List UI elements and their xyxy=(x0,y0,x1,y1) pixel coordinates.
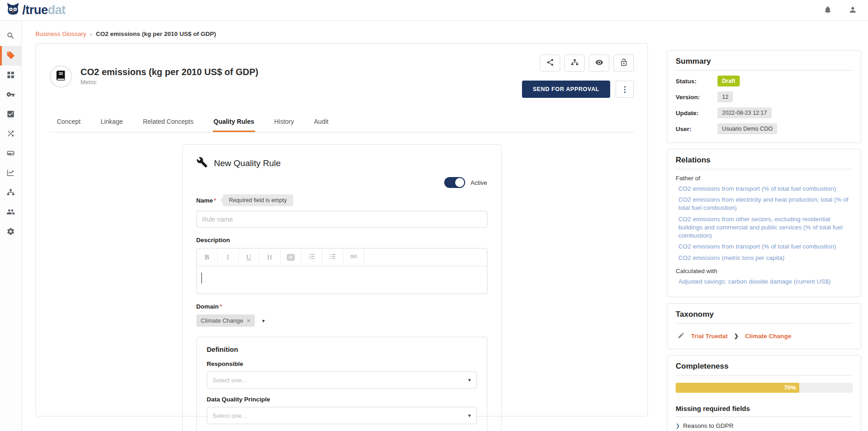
responsible-select[interactable]: Select one... ▾ xyxy=(207,371,477,389)
active-toggle[interactable] xyxy=(444,177,465,188)
tab-linkage[interactable]: Linkage xyxy=(100,113,124,132)
form-title: New Quality Rule xyxy=(214,158,281,168)
name-error-badge: Required field is empty xyxy=(223,194,293,206)
server-icon xyxy=(6,149,15,159)
concept-card: CO2 emissions (kg per 2010 US$ of GDP) M… xyxy=(35,43,648,416)
sidebar-item-glossary[interactable] xyxy=(0,46,21,66)
completeness-bar: 70% xyxy=(676,383,853,393)
tab-related-concepts[interactable]: Related Concepts xyxy=(142,113,194,132)
share-icon xyxy=(546,58,554,68)
tab-quality-rules[interactable]: Quality Rules xyxy=(213,113,255,132)
required-asterisk: * xyxy=(220,303,222,310)
relation-link[interactable]: Adjusted savings: carbon dioxide damage … xyxy=(676,278,853,286)
relation-link[interactable]: CO2 emissions (metric tons per capita) xyxy=(676,254,853,262)
domain-label: Domain* xyxy=(196,303,487,310)
more-actions-button[interactable]: ⋮ xyxy=(616,81,634,98)
description-editor: B I U H H xyxy=(196,248,487,294)
watch-button[interactable] xyxy=(589,55,609,71)
relation-link[interactable]: CO2 emissions from other sectors, exclud… xyxy=(676,215,853,240)
chevron-right-icon: ❯ xyxy=(734,333,738,339)
notifications-button[interactable] xyxy=(823,5,832,15)
relations-graph-button[interactable] xyxy=(564,55,585,71)
concept-type-label: Metric xyxy=(80,79,258,86)
tab-audit[interactable]: Audit xyxy=(313,113,330,132)
ordered-list-button[interactable] xyxy=(301,248,322,266)
search-icon xyxy=(6,31,15,41)
sidebar xyxy=(0,21,22,431)
sidebar-item-dashboards[interactable] xyxy=(0,66,21,85)
taxonomy-root-link[interactable]: Trial Truedat xyxy=(691,333,728,340)
sidebar-item-structures[interactable] xyxy=(0,183,21,203)
domain-dropdown-button[interactable]: ▾ xyxy=(262,318,265,324)
domain-chip-remove[interactable]: × xyxy=(247,317,251,324)
chart-line-icon xyxy=(6,168,15,178)
lock-button[interactable] xyxy=(613,55,634,71)
relation-link[interactable]: CO2 emissions from transport (% of total… xyxy=(676,185,853,193)
tag-icon xyxy=(6,51,15,61)
taxonomy-leaf-link[interactable]: Climate Change xyxy=(745,333,791,340)
share-button[interactable] xyxy=(540,55,560,71)
chevron-right-icon: ❯ xyxy=(676,423,680,429)
unordered-list-button[interactable] xyxy=(322,248,343,266)
edit-taxonomy-button[interactable] xyxy=(677,332,685,340)
heading-block-button[interactable]: H xyxy=(281,248,301,266)
description-label: Description xyxy=(196,237,487,243)
sitemap-icon xyxy=(6,188,15,198)
bold-button[interactable]: B xyxy=(197,248,218,266)
completeness-bar-fill: 70% xyxy=(676,383,799,393)
app-logo[interactable]: /truedat xyxy=(5,2,65,18)
user-label: User: xyxy=(676,126,717,132)
sidebar-item-users[interactable] xyxy=(0,203,21,222)
sidebar-item-settings[interactable] xyxy=(0,222,21,242)
data-quality-principle-select[interactable]: Select one... ▾ xyxy=(207,407,477,424)
breadcrumb: Business Glossary › CO2 emissions (kg pe… xyxy=(35,30,648,38)
heading-block-icon: H xyxy=(287,254,295,261)
description-input[interactable] xyxy=(197,266,487,294)
missing-fields-heading: Missing required fields xyxy=(676,405,853,417)
version-label: Version: xyxy=(676,94,717,101)
relations-panel: Relations Father of CO2 emissions from t… xyxy=(667,149,861,297)
book-icon xyxy=(55,70,67,83)
text-cursor xyxy=(201,273,202,284)
tab-concept[interactable]: Concept xyxy=(56,113,81,132)
toggle-knob xyxy=(455,178,464,187)
relation-link[interactable]: CO2 emissions from electricity and heat … xyxy=(676,196,853,212)
relation-link[interactable]: CO2 emissions from transport (% of total… xyxy=(676,243,853,251)
status-badge: Draft xyxy=(717,76,740,86)
tab-history[interactable]: History xyxy=(273,113,295,132)
completeness-percent-label: 70% xyxy=(784,384,796,391)
caret-down-icon: ▾ xyxy=(262,318,265,324)
sidebar-item-data-sources[interactable] xyxy=(0,144,21,163)
sidebar-item-search[interactable] xyxy=(0,26,21,46)
sidebar-item-quality[interactable] xyxy=(0,105,21,124)
completeness-heading: Completeness xyxy=(676,362,853,375)
right-rail: Summary Status:Draft Version:12 Update:2… xyxy=(667,21,861,431)
missing-field-item[interactable]: ❯ Reasons to GDPR xyxy=(676,422,853,429)
rule-name-input[interactable] xyxy=(196,211,487,228)
update-label: Update: xyxy=(676,110,717,117)
check-square-icon xyxy=(6,110,15,120)
quality-rule-panel: New Quality Rule Active Name* Required f… xyxy=(182,144,502,431)
name-label: Name* xyxy=(196,197,216,204)
responsible-label: Responsible xyxy=(207,360,477,367)
active-toggle-label: Active xyxy=(471,179,487,186)
heading-button[interactable]: H xyxy=(260,248,281,266)
calculated-with-label: Calculated with xyxy=(676,268,853,274)
user-menu-button[interactable] xyxy=(848,5,857,15)
underline-button[interactable]: U xyxy=(239,248,260,266)
required-asterisk: * xyxy=(214,197,216,204)
summary-panel: Summary Status:Draft Version:12 Update:2… xyxy=(667,50,861,143)
completeness-panel: Completeness 70% Missing required fields… xyxy=(667,355,861,431)
sidebar-item-analytics[interactable] xyxy=(0,163,21,183)
sidebar-item-permissions[interactable] xyxy=(0,85,21,105)
gear-icon xyxy=(6,227,15,237)
italic-button[interactable]: I xyxy=(218,248,239,266)
status-label: Status: xyxy=(676,78,717,85)
version-badge: 12 xyxy=(717,91,733,102)
send-for-approval-button[interactable]: SEND FOR APPROVAL xyxy=(522,81,610,98)
definition-section: Definition Responsible Select one... ▾ D… xyxy=(196,337,487,431)
sidebar-item-lineage[interactable] xyxy=(0,124,21,144)
breadcrumb-business-glossary[interactable]: Business Glossary xyxy=(35,30,86,37)
link-button[interactable] xyxy=(343,248,364,266)
tab-bar: Concept Linkage Related Concepts Quality… xyxy=(50,113,634,132)
